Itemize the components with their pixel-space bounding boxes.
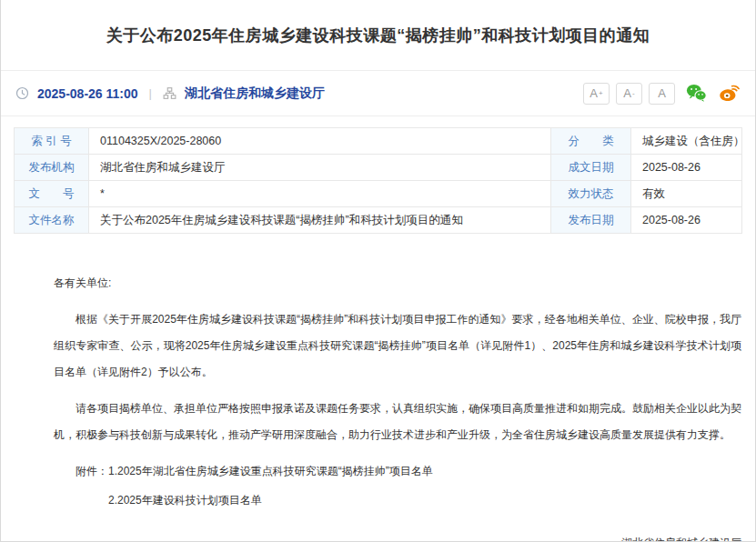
font-decrease-label: A	[623, 86, 631, 100]
org-icon	[163, 86, 176, 100]
font-reset-label: A	[658, 86, 666, 100]
paragraph-1: 根据《关于开展2025年住房城乡建设科技课题“揭榜挂帅”和科技计划项目申报工作的…	[54, 306, 741, 386]
category-value: 城乡建设（含住房）	[631, 128, 742, 155]
publish-datetime: 2025-08-26 11:00	[37, 86, 138, 101]
meta-separator: |	[146, 86, 155, 100]
font-decrease-button[interactable]: A-	[616, 83, 642, 105]
category-label: 分 类	[551, 128, 631, 155]
attachment-item-1: 附件：1.2025年湖北省住房城乡建设重点科技研究课题“揭榜挂帅”项目名单	[54, 458, 741, 485]
doc-number-label: 文 号	[15, 181, 89, 207]
issuing-agency-value: 湖北省住房和城乡建设厅	[89, 155, 551, 181]
weibo-share-icon[interactable]	[718, 82, 741, 105]
publish-date-label: 发布日期	[551, 207, 631, 234]
publish-date-value: 2025-08-26	[631, 207, 742, 234]
meta-tools: A+ A- A	[583, 82, 741, 105]
clock-icon	[15, 86, 29, 100]
font-increase-sup: +	[599, 90, 603, 97]
title-bar: 关于公布2025年住房城乡建设科技课题“揭榜挂帅”和科技计划项目的通知	[1, 0, 755, 70]
article-body: 各有关单位: 根据《关于开展2025年住房城乡建设科技课题“揭榜挂帅”和科技计划…	[1, 234, 755, 542]
salutation: 各有关单位:	[54, 270, 741, 296]
index-number-label: 索 引 号	[15, 128, 89, 155]
attachments-list: 附件：1.2025年湖北省住房城乡建设重点科技研究课题“揭榜挂帅”项目名单 2.…	[54, 458, 741, 514]
table-row: 文 号 * 效力状态 有效	[15, 181, 742, 207]
document-page: 关于公布2025年住房城乡建设科技课题“揭榜挂帅”和科技计划项目的通知 2025…	[0, 0, 756, 542]
document-info-table: 索 引 号 01104325X/2025-28060 分 类 城乡建设（含住房）…	[14, 127, 742, 234]
source-org-link[interactable]: 湖北省住房和城乡建设厅	[185, 85, 325, 102]
table-row: 发布机构 湖北省住房和城乡建设厅 成文日期 2025-08-26	[15, 155, 742, 181]
font-increase-label: A	[590, 86, 598, 100]
written-date-value: 2025-08-26	[631, 155, 742, 181]
meta-info: 2025-08-26 11:00 | 湖北省住房和城乡建设厅	[15, 85, 325, 102]
issuing-agency-label: 发布机构	[15, 155, 89, 181]
validity-status-label: 效力状态	[551, 181, 631, 207]
table-row: 索 引 号 01104325X/2025-28060 分 类 城乡建设（含住房）	[15, 128, 742, 155]
attachment-item-2: 2.2025年建设科技计划项目名单	[54, 487, 741, 514]
font-increase-button[interactable]: A+	[583, 83, 610, 105]
written-date-label: 成文日期	[551, 155, 631, 181]
font-decrease-sup: -	[632, 90, 635, 97]
wechat-share-icon[interactable]	[685, 82, 708, 105]
meta-bar: 2025-08-26 11:00 | 湖北省住房和城乡建设厅 A+ A- A	[1, 70, 755, 116]
table-row: 文件名称 关于公布2025年住房城乡建设科技课题“揭榜挂帅”和科技计划项目的通知…	[15, 207, 742, 234]
doc-title-label: 文件名称	[15, 207, 89, 234]
index-number-value: 01104325X/2025-28060	[89, 128, 551, 155]
paragraph-2: 请各项目揭榜单位、承担单位严格按照申报承诺及课题任务要求，认真组织实施，确保项目…	[54, 396, 741, 448]
signature-org: 湖北省住房和城乡建设厅	[54, 530, 741, 542]
font-reset-button[interactable]: A	[649, 83, 675, 105]
doc-number-value: *	[89, 181, 551, 207]
validity-status-value: 有效	[631, 181, 742, 207]
doc-title-value: 关于公布2025年住房城乡建设科技课题“揭榜挂帅”和科技计划项目的通知	[89, 207, 551, 234]
page-title: 关于公布2025年住房城乡建设科技课题“揭榜挂帅”和科技计划项目的通知	[106, 25, 650, 46]
